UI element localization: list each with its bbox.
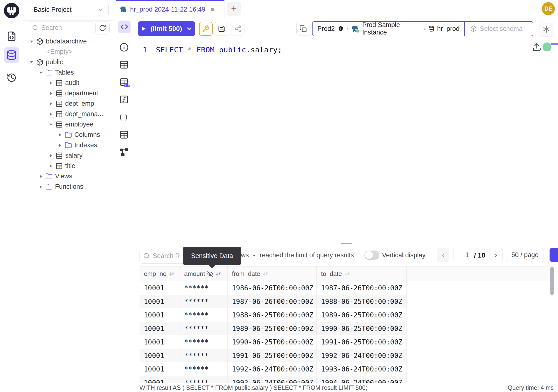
cell[interactable]: 10001 — [140, 308, 180, 322]
sort-icon[interactable] — [344, 270, 350, 277]
run-query-button[interactable]: (limit 500) — [138, 21, 195, 36]
cell[interactable]: 1987-06-26T00:00:00Z — [227, 295, 317, 308]
sort-icon[interactable] — [215, 270, 221, 277]
schema-diagram-panel-icon[interactable] — [119, 147, 129, 157]
cell[interactable]: ****** — [180, 335, 227, 349]
tree-item-department[interactable]: department — [23, 88, 113, 98]
info-panel-icon[interactable] — [119, 43, 129, 52]
cell[interactable]: ****** — [180, 308, 227, 322]
table-row[interactable]: 10001******1986-06-26T00:00:00Z1987-06-2… — [140, 281, 554, 295]
editor-scrollbar[interactable] — [551, 39, 558, 241]
database-nav-icon[interactable] — [4, 47, 19, 63]
cell[interactable]: 1987-06-26T00:00:00Z — [317, 281, 407, 295]
upload-icon[interactable] — [532, 43, 541, 52]
sql-editor[interactable]: 1 SELECT * FROM public.salary; — [135, 39, 558, 241]
tree-item-functions[interactable]: Functions — [23, 182, 113, 192]
code-line[interactable]: 1 SELECT * FROM public.salary; — [135, 44, 545, 55]
cell[interactable]: 1988-06-25T00:00:00Z — [317, 295, 407, 308]
table-row[interactable]: 10001******1991-06-25T00:00:00Z1992-06-2… — [140, 349, 554, 362]
sidebar-search-input[interactable] — [41, 24, 85, 32]
refresh-button[interactable] — [95, 21, 110, 35]
table-row[interactable]: 10001******1990-06-25T00:00:00Z1991-06-2… — [140, 335, 554, 349]
cell[interactable]: ****** — [180, 322, 227, 335]
bytebase-logo-icon[interactable] — [3, 2, 20, 19]
tree-item-bbdataarchive[interactable]: bbdataarchive — [23, 36, 113, 47]
table-row[interactable]: 10001******1987-06-26T00:00:00Z1988-06-2… — [140, 295, 554, 308]
tree-item-title[interactable]: title — [23, 161, 113, 171]
sensitive-data-panel-icon[interactable] — [119, 77, 129, 87]
cell[interactable]: 1991-06-25T00:00:00Z — [227, 349, 317, 362]
cell[interactable]: 1992-06-24T00:00:00Z — [317, 349, 407, 362]
cell[interactable]: 1990-06-25T00:00:00Z — [317, 322, 407, 335]
page-size-select[interactable]: 50 / page — [506, 248, 544, 262]
history-nav-icon[interactable] — [6, 72, 17, 84]
cell[interactable]: 1988-06-25T00:00:00Z — [227, 308, 317, 322]
tree-item-columns[interactable]: Columns — [23, 130, 113, 140]
cell[interactable]: ****** — [180, 349, 227, 362]
column-header-amount[interactable]: amount — [180, 267, 227, 281]
cell[interactable]: ****** — [180, 295, 227, 308]
toggle-knob[interactable] — [365, 251, 373, 259]
panel-splitter[interactable] — [135, 241, 558, 244]
column-header-to-date[interactable]: to_date — [317, 267, 407, 281]
avatar[interactable]: DE — [542, 2, 555, 15]
cell[interactable]: 1992-06-24T00:00:00Z — [227, 362, 317, 376]
functions-panel-icon[interactable] — [119, 95, 129, 104]
cell[interactable]: ****** — [180, 376, 227, 383]
code-panel-button[interactable] — [118, 20, 131, 33]
connection-breadcrumb[interactable]: Prod2 › Prod Sample Instance › hr_prod S… — [312, 21, 533, 36]
tree-item-indexes[interactable]: Indexes — [23, 140, 113, 150]
vertical-display-toggle[interactable] — [365, 251, 379, 260]
editor-scrollbar-thumb[interactable] — [551, 43, 558, 45]
tree-item-salary[interactable]: salary — [23, 150, 113, 161]
cell[interactable]: 1989-06-25T00:00:00Z — [227, 322, 317, 335]
connection-context[interactable]: Prod2 › Prod Sample Instance › hr_prod — [313, 21, 464, 36]
tree-item-dept-manager[interactable]: dept_mana... — [23, 109, 113, 119]
cell[interactable]: 10001 — [140, 335, 180, 349]
cell[interactable]: 1993-06-24T00:00:00Z — [317, 362, 407, 376]
sidebar-search[interactable] — [29, 21, 93, 34]
tree-item-audit[interactable]: audit — [23, 78, 113, 88]
cell[interactable]: 1994-06-24T00:00:00Z — [317, 376, 407, 383]
cell[interactable]: 1989-06-25T00:00:00Z — [317, 308, 407, 322]
column-header-from-date[interactable]: from_date — [227, 267, 317, 281]
cell[interactable]: 1991-06-25T00:00:00Z — [317, 335, 407, 349]
table-row[interactable]: 10001******1989-06-25T00:00:00Z1990-06-2… — [140, 322, 554, 335]
worksheet-nav-icon[interactable] — [6, 30, 17, 42]
cell[interactable]: ****** — [180, 281, 227, 295]
tree-item-dept-emp[interactable]: dept_emp — [23, 98, 113, 109]
table-row[interactable]: 10001******1988-06-25T00:00:00Z1989-06-2… — [140, 308, 554, 322]
tree-item-public[interactable]: public — [23, 57, 113, 67]
tree-item-tables[interactable]: Tables — [23, 67, 113, 78]
tree-item-employee[interactable]: employee — [23, 119, 113, 130]
eye-off-icon[interactable] — [207, 271, 213, 277]
table-scrollbar-thumb[interactable] — [550, 267, 554, 295]
cell[interactable]: 1993-06-24T00:00:00Z — [227, 376, 317, 383]
cell[interactable]: ****** — [180, 362, 227, 376]
new-tab-button[interactable]: + — [227, 2, 241, 16]
column-header-emp-no[interactable]: emp_no — [140, 267, 180, 281]
tab-hr-prod[interactable]: hr_prod 2024-11-22 16:49 — [116, 0, 225, 18]
chevron-down-icon[interactable] — [186, 25, 192, 32]
table-row[interactable]: 10001******1992-06-24T00:00:00Z1993-06-2… — [140, 362, 554, 376]
sort-icon[interactable] — [262, 270, 268, 277]
cell[interactable]: 10001 — [140, 281, 180, 295]
sql-statement[interactable]: SELECT * FROM public.salary; — [156, 45, 282, 54]
ai-assistant-button[interactable] — [539, 22, 554, 37]
page-number-input[interactable] — [454, 248, 472, 262]
sort-icon[interactable] — [168, 270, 175, 277]
cell[interactable]: 10001 — [140, 362, 180, 376]
schema-select[interactable]: Select schema — [465, 25, 528, 33]
format-sql-button[interactable] — [199, 22, 213, 36]
external-tables-panel-icon[interactable] — [119, 130, 129, 139]
tables-panel-icon[interactable] — [119, 60, 129, 70]
cell[interactable]: 10001 — [140, 349, 180, 362]
page-number-box[interactable] — [453, 248, 472, 262]
save-button[interactable] — [215, 22, 228, 36]
cell[interactable]: 1990-06-25T00:00:00Z — [227, 335, 317, 349]
procedures-panel-icon[interactable]: () — [119, 112, 129, 122]
tree-item-views[interactable]: Views — [23, 171, 113, 182]
prev-page-button[interactable]: ‹ — [437, 248, 449, 262]
cell[interactable]: 10001 — [140, 322, 180, 335]
cell[interactable]: 1986-06-26T00:00:00Z — [227, 281, 317, 295]
